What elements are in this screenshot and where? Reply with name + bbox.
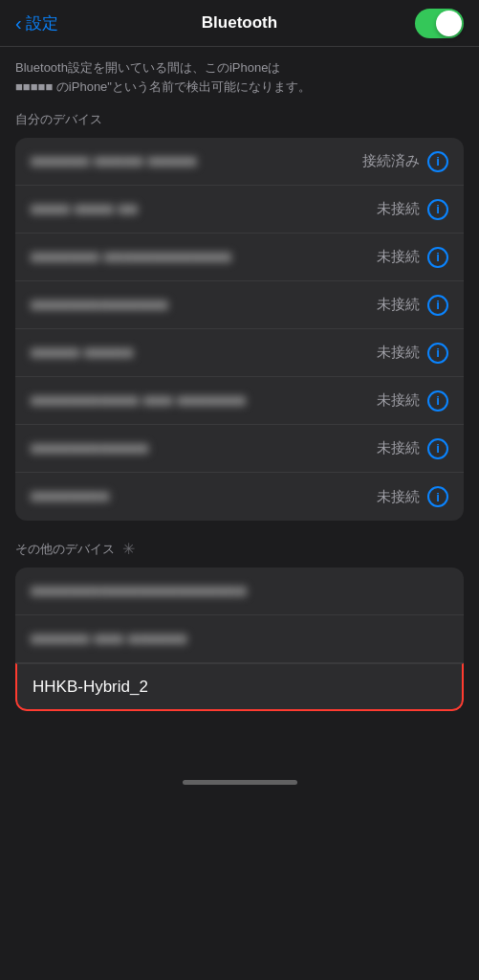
device-status: 接続済み	[362, 152, 420, 170]
other-device-row[interactable]: ■■■■■■ ■■■ ■■■■■■	[15, 615, 464, 663]
home-bar	[183, 780, 297, 785]
info-button[interactable]: i	[427, 486, 448, 507]
device-name: ■■■■■■■ ■■■■■■■■■■■■■	[31, 248, 377, 267]
device-status: 未接続	[377, 296, 420, 314]
device-name: HHKB-Hybrid_2	[33, 678, 446, 697]
device-status: 未接続	[377, 391, 420, 410]
device-status: 未接続	[377, 439, 420, 457]
info-button[interactable]: i	[427, 295, 448, 316]
device-status: 未接続	[377, 200, 420, 218]
info-button[interactable]: i	[427, 438, 448, 459]
device-name: ■■■■■■■■	[31, 487, 377, 506]
device-name: ■■■■■■■■■■■■■■	[31, 296, 377, 315]
back-button[interactable]: ‹ 設定	[15, 12, 58, 34]
device-name: ■■■■■ ■■■■■	[31, 344, 377, 363]
device-name: ■■■■ ■■■■ ■■	[31, 200, 377, 219]
hhkb-device-row[interactable]: HHKB-Hybrid_2	[15, 663, 464, 711]
device-row[interactable]: ■■■■■■■■■■■ ■■■ ■■■■■■■ 未接続 i	[15, 377, 464, 425]
device-status: 未接続	[377, 248, 420, 266]
bluetooth-description: Bluetooth設定を開いている間は、このiPhoneは■■■■■ のiPho…	[0, 47, 479, 103]
device-row[interactable]: ■■■■■■■■ 未接続 i	[15, 473, 464, 521]
device-row[interactable]: ■■■■■■ ■■■■■ ■■■■■ 接続済み i	[15, 138, 464, 186]
device-row[interactable]: ■■■■■■■ ■■■■■■■■■■■■■ 未接続 i	[15, 234, 464, 281]
device-name: ■■■■■■■■■■■■■■■■■■■■■■	[31, 582, 448, 601]
device-row[interactable]: ■■■■■ ■■■■■ 未接続 i	[15, 329, 464, 377]
device-name: ■■■■■■ ■■■ ■■■■■■	[31, 630, 448, 649]
chevron-left-icon: ‹	[15, 12, 22, 34]
info-button[interactable]: i	[427, 343, 448, 364]
my-devices-card: ■■■■■■ ■■■■■ ■■■■■ 接続済み i ■■■■ ■■■■ ■■ 未…	[15, 138, 464, 521]
description-text: Bluetooth設定を開いている間は、このiPhoneは■■■■■ のiPho…	[15, 60, 311, 94]
info-button[interactable]: i	[427, 390, 448, 412]
page-title: Bluetooth	[202, 13, 277, 33]
my-devices-label: 自分のデバイス	[0, 103, 479, 134]
info-button[interactable]: i	[427, 151, 448, 172]
device-name: ■■■■■■ ■■■■■ ■■■■■	[31, 152, 362, 171]
bluetooth-toggle[interactable]	[415, 9, 464, 38]
info-button[interactable]: i	[427, 247, 448, 268]
back-label: 設定	[26, 12, 58, 34]
device-status: 未接続	[377, 488, 420, 506]
other-devices-card: ■■■■■■■■■■■■■■■■■■■■■■ ■■■■■■ ■■■ ■■■■■■…	[15, 568, 464, 711]
device-row[interactable]: ■■■■■■■■■■■■ 未接続 i	[15, 425, 464, 473]
loading-spinner: ✳︎	[122, 540, 135, 558]
home-indicator	[0, 768, 479, 792]
other-devices-text: その他のデバイス	[15, 541, 115, 558]
toggle-knob	[436, 11, 462, 36]
device-status: 未接続	[377, 344, 420, 362]
other-devices-label: その他のデバイス ✳︎	[0, 524, 479, 564]
device-name: ■■■■■■■■■■■■	[31, 439, 377, 458]
other-device-row[interactable]: ■■■■■■■■■■■■■■■■■■■■■■	[15, 568, 464, 615]
navigation-bar: ‹ 設定 Bluetooth	[0, 0, 479, 47]
device-name: ■■■■■■■■■■■ ■■■ ■■■■■■■	[31, 391, 377, 411]
device-row[interactable]: ■■■■■■■■■■■■■■ 未接続 i	[15, 281, 464, 329]
device-row[interactable]: ■■■■ ■■■■ ■■ 未接続 i	[15, 186, 464, 234]
info-button[interactable]: i	[427, 199, 448, 220]
